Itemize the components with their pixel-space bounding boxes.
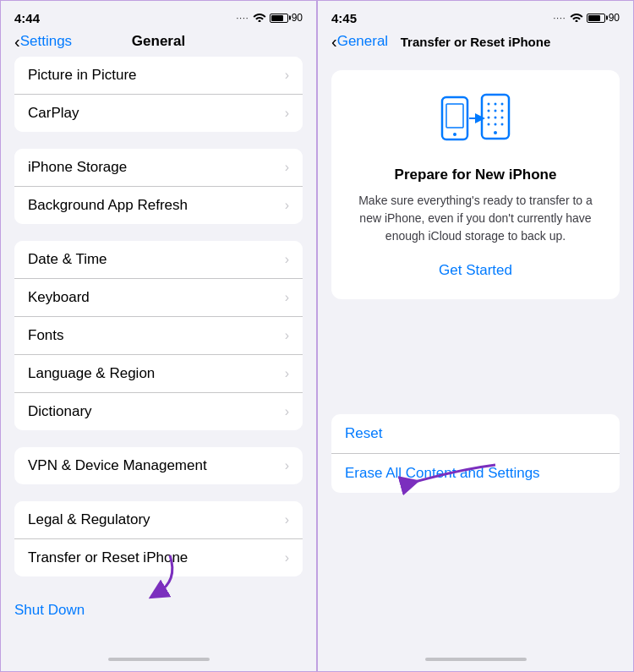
settings-group-1: Picture in Picture › CarPlay › [14,57,303,132]
left-phone-screen: 4:44 ···· 90 ‹ Settings General [0,0,317,672]
left-nav-bar: ‹ Settings General [1,31,316,57]
background-app-refresh-chevron: › [285,198,289,213]
left-nav-back[interactable]: ‹ Settings [14,33,82,50]
svg-point-12 [500,117,503,119]
svg-point-16 [494,131,497,134]
right-phone-screen: 4:45 ···· 90 ‹ General Transfer or Reset… [317,0,634,672]
svg-point-11 [494,117,496,119]
vpn-device-management-row[interactable]: VPN & Device Management › [14,447,303,484]
legal-regulatory-row[interactable]: Legal & Regulatory › [14,501,303,539]
fonts-chevron: › [285,328,289,343]
left-status-icons: ···· 90 [237,12,303,25]
date-time-label: Date & Time [28,251,107,268]
right-back-chevron-icon: ‹ [331,33,337,50]
right-status-icons: ···· 90 [554,12,620,25]
keyboard-row[interactable]: Keyboard › [14,279,303,317]
svg-rect-1 [446,104,463,128]
left-back-label: Settings [20,33,72,50]
card-description: Make sure everything's ready to transfer… [348,192,603,245]
right-battery-icon [587,14,605,23]
left-signal-dots: ···· [237,14,249,23]
svg-point-10 [487,117,489,119]
left-status-time: 4:44 [14,11,40,25]
left-home-indicator [1,647,316,671]
keyboard-chevron: › [285,290,289,305]
background-app-refresh-label: Background App Refresh [28,197,188,214]
date-time-chevron: › [285,252,289,267]
svg-point-7 [487,110,489,112]
card-icon-container [438,90,514,153]
left-wifi-icon [253,12,266,25]
picture-in-picture-chevron: › [285,68,289,83]
left-status-bar: 4:44 ···· 90 [1,1,316,31]
settings-group-3: Date & Time › Keyboard › Fonts › Languag… [14,241,303,430]
picture-in-picture-row[interactable]: Picture in Picture › [14,57,303,95]
fonts-label: Fonts [28,327,64,344]
iphone-storage-row[interactable]: iPhone Storage › [14,149,303,187]
right-back-label: General [337,33,388,50]
dictionary-label: Dictionary [28,403,92,420]
svg-point-9 [500,110,503,112]
background-app-refresh-row[interactable]: Background App Refresh › [14,187,303,224]
right-scroll-content: Prepare for New iPhone Make sure everyth… [318,57,633,647]
svg-point-2 [453,133,456,136]
legal-regulatory-chevron: › [285,512,289,527]
svg-point-6 [500,103,503,106]
left-battery-icon [270,14,288,23]
settings-group-4: VPN & Device Management › [14,447,303,484]
right-nav-back[interactable]: ‹ General [331,33,399,50]
keyboard-label: Keyboard [28,289,90,306]
right-battery-label: 90 [609,12,620,24]
transfer-reset-chevron: › [285,550,289,565]
right-signal-dots: ···· [554,14,566,23]
left-home-bar [108,658,210,661]
svg-point-13 [487,123,489,126]
svg-point-5 [494,103,496,106]
reset-label: Reset [345,425,382,442]
language-region-label: Language & Region [28,365,155,382]
fonts-row[interactable]: Fonts › [14,317,303,355]
card-title: Prepare for New iPhone [395,167,557,183]
language-region-chevron: › [285,366,289,381]
left-battery-label: 90 [292,12,303,24]
carplay-label: CarPlay [28,105,79,122]
right-purple-arrow [377,452,504,499]
left-purple-arrow [85,547,187,606]
dictionary-row[interactable]: Dictionary › [14,393,303,430]
picture-in-picture-label: Picture in Picture [28,67,137,84]
left-scroll-content: Picture in Picture › CarPlay › iPhone St… [1,57,316,647]
date-time-row[interactable]: Date & Time › [14,241,303,279]
iphone-storage-chevron: › [285,160,289,175]
settings-group-2: iPhone Storage › Background App Refresh … [14,149,303,224]
transfer-phones-icon [438,90,514,150]
right-home-bar [425,658,527,661]
left-nav-title: General [82,33,235,50]
get-started-button[interactable]: Get Started [439,259,512,282]
right-status-bar: 4:45 ···· 90 [318,1,633,31]
right-wifi-icon [570,12,583,25]
right-status-time: 4:45 [331,11,357,25]
reset-row[interactable]: Reset [331,414,620,454]
language-region-row[interactable]: Language & Region › [14,355,303,393]
right-nav-bar: ‹ General Transfer or Reset iPhone [318,31,633,57]
svg-point-4 [487,103,489,106]
svg-point-14 [494,123,496,126]
carplay-chevron: › [285,106,289,121]
left-back-chevron-icon: ‹ [14,33,20,50]
shutdown-label[interactable]: Shut Down [14,602,85,618]
vpn-device-management-label: VPN & Device Management [28,457,207,474]
legal-regulatory-label: Legal & Regulatory [28,511,150,528]
right-home-indicator [318,647,633,671]
carplay-row[interactable]: CarPlay › [14,95,303,132]
svg-point-15 [500,123,503,126]
right-nav-title: Transfer or Reset iPhone [399,35,552,49]
iphone-storage-label: iPhone Storage [28,159,127,176]
dictionary-chevron: › [285,404,289,419]
prepare-card: Prepare for New iPhone Make sure everyth… [331,70,620,299]
svg-point-8 [494,110,496,112]
spacer [318,313,633,414]
vpn-device-management-chevron: › [285,458,289,473]
